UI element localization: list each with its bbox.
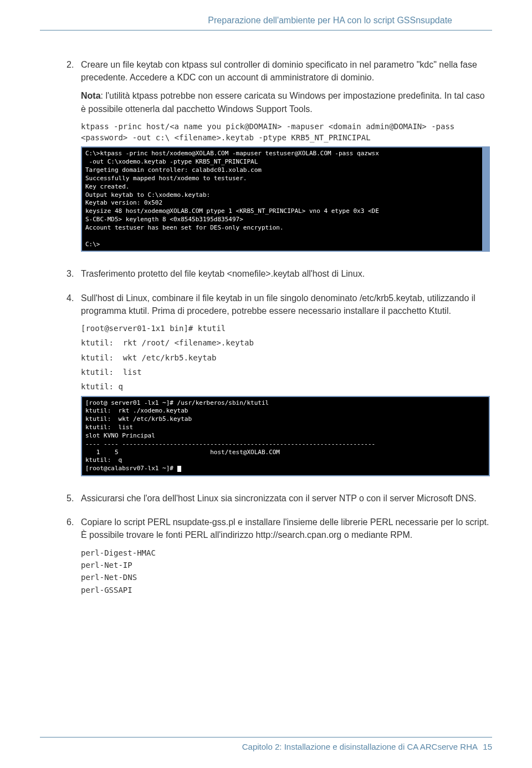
terminal-output-2: [root@ server01 -lx1 ~]# /usr/kerberos/s… (81, 396, 490, 477)
page-footer: Capitolo 2: Installazione e disinstallaz… (40, 737, 492, 751)
step-6-code-3: perl-Net-DNS (81, 572, 490, 583)
step-4: 4. Sull'host di Linux, combinare il file… (66, 292, 490, 486)
note-text: : l'utilità ktpass potrebbe non essere c… (81, 91, 485, 113)
step-number: 6. (66, 516, 81, 597)
step-body: Trasferimento protetto del file keytab <… (81, 267, 490, 286)
step-body: Creare un file keytab con ktpass sul con… (81, 58, 490, 262)
step-2-para-2: Nota: l'utilità ktpass potrebbe non esse… (81, 89, 490, 115)
step-6-para-1: Copiare lo script PERL nsupdate-gss.pl e… (81, 516, 490, 541)
page-content: 2. Creare un file keytab con ktpass sul … (0, 30, 532, 597)
step-body: Assicurarsi che l'ora dell'host Linux si… (81, 492, 490, 510)
step-4-code-3: ktutil: wkt /etc/krb5.keytab (81, 352, 490, 363)
header-title: Preparazione dell'ambiente per HA con lo… (208, 16, 452, 25)
step-6: 6. Copiare lo script PERL nsupdate-gss.p… (66, 516, 490, 597)
step-3: 3. Trasferimento protetto del file keyta… (66, 267, 490, 286)
note-label: Nota (81, 91, 101, 100)
page-header: Preparazione dell'ambiente per HA con lo… (40, 0, 492, 30)
step-6-code-1: perl-Digest-HMAC (81, 547, 490, 558)
step-5-para-1: Assicurarsi che l'ora dell'host Linux si… (81, 492, 490, 505)
step-body: Copiare lo script PERL nsupdate-gss.pl e… (81, 516, 490, 597)
step-4-code-5: ktutil: q (81, 381, 490, 392)
step-3-para-1: Trasferimento protetto del file keytab <… (81, 267, 490, 280)
step-6-code-2: perl-Net-IP (81, 560, 490, 571)
step-2: 2. Creare un file keytab con ktpass sul … (66, 58, 490, 262)
step-4-code-1: [root@server01-1x1 bin]# ktutil (81, 323, 490, 334)
terminal-output-1: C:\>ktpass -princ host/xodemo@XOLAB.COM … (81, 146, 490, 252)
step-6-code-4: perl-GSSAPI (81, 584, 490, 596)
step-body: Sull'host di Linux, combinare il file ke… (81, 292, 490, 486)
cursor-icon (177, 466, 181, 472)
step-4-code-4: ktutil: list (81, 367, 490, 378)
step-number: 3. (66, 267, 81, 286)
terminal-2-text: [root@ server01 -lx1 ~]# /usr/kerberos/s… (85, 399, 375, 472)
footer-page-number: 15 (483, 742, 492, 751)
step-5: 5. Assicurarsi che l'ora dell'host Linux… (66, 492, 490, 510)
footer-chapter: Capitolo 2: Installazione e disinstallaz… (242, 742, 477, 751)
step-number: 2. (66, 58, 81, 262)
step-2-code: ktpass -princ host/<a name you pick@DOMA… (81, 121, 490, 144)
step-number: 4. (66, 292, 81, 486)
step-4-code-2: ktutil: rkt /root/ <filename>.keytab (81, 337, 490, 348)
step-number: 5. (66, 492, 81, 510)
step-2-para-1: Creare un file keytab con ktpass sul con… (81, 58, 490, 84)
step-4-para-1: Sull'host di Linux, combinare il file ke… (81, 292, 490, 317)
